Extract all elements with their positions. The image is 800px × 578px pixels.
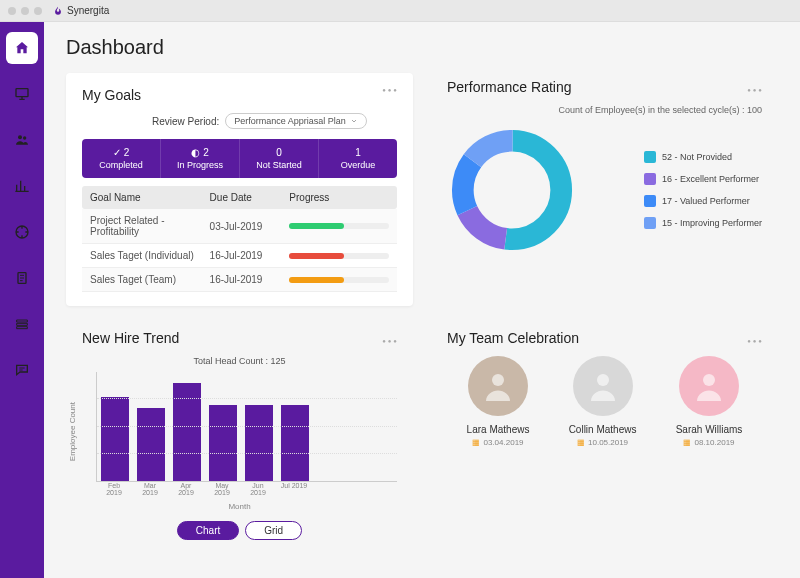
- goal-due: 16-Jul-2019: [210, 250, 290, 261]
- browser-chrome: Synergita: [0, 0, 800, 22]
- bar-label: Feb 2019: [100, 482, 128, 496]
- chart-icon: [14, 178, 30, 194]
- legend-item: 16 - Excellent Performer: [644, 173, 762, 185]
- svg-point-10: [597, 374, 609, 386]
- goal-status-bar: ✓2 Completed ◐2 In Progress 0 Not Starte…: [82, 139, 397, 178]
- clipboard-icon: [14, 270, 30, 286]
- main-content: Dashboard My Goals ●●● Review Period: Pe…: [44, 22, 800, 578]
- progress-bar: [289, 253, 389, 259]
- legend-item: 52 - Not Provided: [644, 151, 762, 163]
- page-title: Dashboard: [66, 36, 778, 59]
- team-member[interactable]: Sarah Williams ▦ 08.10.2019: [676, 356, 743, 447]
- target-icon: [14, 224, 30, 240]
- legend-swatch: [644, 195, 656, 207]
- monitor-icon: [14, 86, 30, 102]
- bar-label: Jun 2019: [244, 482, 272, 496]
- brand: Synergita: [53, 5, 109, 16]
- svg-point-11: [703, 374, 715, 386]
- more-icon[interactable]: ●●●: [382, 87, 399, 93]
- goal-row[interactable]: Sales Taget (Team) 16-Jul-2019: [82, 268, 397, 292]
- chat-icon: [14, 362, 30, 378]
- bar-label: Apr 2019: [172, 482, 200, 496]
- status-overdue[interactable]: 1 Overdue: [319, 139, 397, 178]
- sidebar: [0, 22, 44, 578]
- legend-swatch: [644, 173, 656, 185]
- team-title: My Team Celebration: [447, 330, 762, 346]
- avatar: [468, 356, 528, 416]
- sidebar-item-feedback[interactable]: [6, 354, 38, 386]
- goal-row[interactable]: Project Related - Profitability 03-Jul-2…: [82, 209, 397, 244]
- bar: [101, 397, 129, 481]
- status-completed[interactable]: ✓2 Completed: [82, 139, 161, 178]
- card-performance-rating: Performance Rating ●●● Count of Employee…: [431, 73, 778, 306]
- x-axis-label: Month: [82, 502, 397, 511]
- card-team-celebration: My Team Celebration ●●● Lara Mathews ▦ 0…: [431, 324, 778, 554]
- team-member[interactable]: Collin Mathews ▦ 10.05.2019: [569, 356, 637, 447]
- y-axis-label: Employee Count: [68, 402, 77, 461]
- sidebar-item-team[interactable]: [6, 124, 38, 156]
- goal-due: 03-Jul-2019: [210, 221, 290, 232]
- team-member[interactable]: Lara Mathews ▦ 03.04.2019: [467, 356, 530, 447]
- calendar-icon: ▦: [472, 438, 480, 447]
- goal-name: Project Related - Profitability: [90, 215, 210, 237]
- card-new-hire-trend: New Hire Trend ●●● Total Head Count : 12…: [66, 324, 413, 554]
- sidebar-item-reports[interactable]: [6, 308, 38, 340]
- goal-name: Sales Taget (Team): [90, 274, 210, 285]
- progress-bar: [289, 223, 389, 229]
- grid-toggle-button[interactable]: Grid: [245, 521, 302, 540]
- svg-rect-0: [16, 89, 28, 97]
- bar: [173, 383, 201, 481]
- check-icon: ✓: [113, 147, 121, 158]
- svg-point-1: [18, 135, 22, 139]
- svg-point-2: [23, 136, 26, 139]
- sidebar-item-home[interactable]: [6, 32, 38, 64]
- progress-bar: [289, 277, 389, 283]
- member-date: ▦ 03.04.2019: [467, 438, 530, 447]
- bar-label: Jul 2019: [280, 482, 308, 496]
- bar-chart: [96, 372, 397, 482]
- legend-item: 15 - Improving Performer: [644, 217, 762, 229]
- more-icon[interactable]: ●●●: [747, 338, 764, 344]
- bar: [245, 405, 273, 481]
- chart-toggle-button[interactable]: Chart: [177, 521, 239, 540]
- users-icon: [14, 132, 30, 148]
- sidebar-item-target[interactable]: [6, 216, 38, 248]
- flame-icon: [53, 6, 63, 16]
- sidebar-item-analytics[interactable]: [6, 170, 38, 202]
- sidebar-item-monitor[interactable]: [6, 78, 38, 110]
- review-period-select[interactable]: Performance Appriasal Plan: [225, 113, 367, 129]
- member-date: ▦ 10.05.2019: [569, 438, 637, 447]
- more-icon[interactable]: ●●●: [747, 87, 764, 93]
- card-my-goals: My Goals ●●● Review Period: Performance …: [66, 73, 413, 306]
- home-icon: [14, 40, 30, 56]
- review-label: Review Period:: [152, 116, 219, 127]
- avatar: [573, 356, 633, 416]
- legend-swatch: [644, 151, 656, 163]
- bar: [137, 408, 165, 481]
- app-name: Synergita: [67, 5, 109, 16]
- sidebar-item-clipboard[interactable]: [6, 262, 38, 294]
- more-icon[interactable]: ●●●: [382, 338, 399, 344]
- goal-table-header: Goal Name Due Date Progress: [82, 186, 397, 209]
- spinner-icon: ◐: [191, 147, 200, 158]
- bar: [209, 405, 237, 481]
- chevron-down-icon: [350, 117, 358, 125]
- calendar-icon: ▦: [683, 438, 691, 447]
- goal-name: Sales Taget (Individual): [90, 250, 210, 261]
- goals-title: My Goals: [82, 87, 397, 103]
- avatar: [679, 356, 739, 416]
- member-name: Sarah Williams: [676, 424, 743, 435]
- goal-row[interactable]: Sales Taget (Individual) 16-Jul-2019: [82, 244, 397, 268]
- bar-x-labels: Feb 2019Mar 2019Apr 2019May 2019Jun 2019…: [100, 482, 397, 496]
- status-in-progress[interactable]: ◐2 In Progress: [161, 139, 240, 178]
- hire-subtitle: Total Head Count : 125: [82, 356, 397, 366]
- bar: [281, 405, 309, 481]
- member-name: Collin Mathews: [569, 424, 637, 435]
- status-not-started[interactable]: 0 Not Started: [240, 139, 319, 178]
- perf-legend: 52 - Not Provided16 - Excellent Performe…: [644, 151, 762, 229]
- donut-chart: [447, 125, 577, 255]
- legend-swatch: [644, 217, 656, 229]
- bar-label: May 2019: [208, 482, 236, 496]
- calendar-icon: ▦: [577, 438, 585, 447]
- member-name: Lara Mathews: [467, 424, 530, 435]
